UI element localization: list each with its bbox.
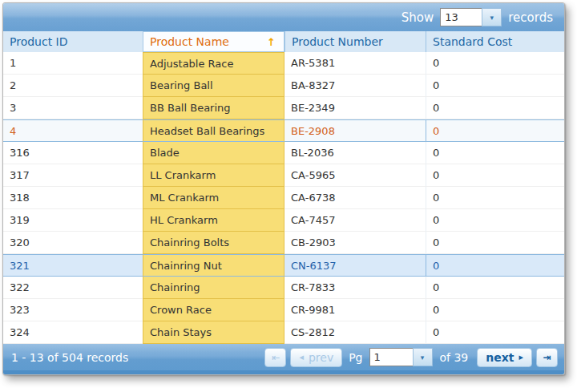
page-size-dropdown-button[interactable]: ▾ xyxy=(482,8,502,26)
records-label: records xyxy=(508,10,553,25)
cell-product-id[interactable]: 3 xyxy=(3,97,143,119)
table-row[interactable]: 323 Crown Race CR-9981 0 xyxy=(3,299,564,321)
cell-standard-cost[interactable]: 0 xyxy=(426,142,564,164)
show-label: Show xyxy=(401,10,434,25)
cell-product-number[interactable]: BL-2036 xyxy=(284,142,426,164)
cell-standard-cost[interactable]: 0 xyxy=(426,187,564,209)
next-page-button[interactable]: next ▸ xyxy=(477,348,532,367)
chevron-down-icon: ▾ xyxy=(490,14,494,22)
sort-ascending-icon: ↑ xyxy=(267,36,276,48)
cell-product-number[interactable]: CN-6137 xyxy=(284,254,426,277)
cell-product-name[interactable]: BB Ball Bearing xyxy=(143,97,284,119)
grid-toolbar: Show ▾ records xyxy=(3,3,564,31)
cell-standard-cost[interactable]: 0 xyxy=(426,164,564,187)
pagination-bar: 1 - 13 of 504 records ⇤ ◂ prev Pg ▾ of 3… xyxy=(3,344,564,370)
table-row[interactable]: 324 Chain Stays CS-2812 0 xyxy=(3,321,564,344)
cell-product-name[interactable]: Chainring xyxy=(143,277,284,299)
cell-product-id[interactable]: 322 xyxy=(3,277,143,299)
cell-product-name[interactable]: Blade xyxy=(143,142,284,164)
first-page-icon: ⇤ xyxy=(272,352,280,363)
table-header-row: Product ID Product Name ↑ Product Number… xyxy=(3,31,564,52)
last-page-icon: ⇥ xyxy=(543,352,551,363)
cell-product-number[interactable]: CA-6738 xyxy=(284,187,426,209)
cell-standard-cost[interactable]: 0 xyxy=(426,254,564,277)
table-body: 1 Adjustable Race AR-5381 0 2 Bearing Ba… xyxy=(3,52,564,344)
table-row[interactable]: 316 Blade BL-2036 0 xyxy=(3,142,564,164)
cell-product-id[interactable]: 321 xyxy=(3,254,143,277)
cell-product-name[interactable]: Adjustable Race xyxy=(143,52,284,75)
last-page-button[interactable]: ⇥ xyxy=(536,348,558,367)
cell-standard-cost[interactable]: 0 xyxy=(426,232,564,254)
cell-product-id[interactable]: 317 xyxy=(3,164,143,187)
prev-page-button[interactable]: ◂ prev xyxy=(290,348,342,367)
cell-product-id[interactable]: 323 xyxy=(3,299,143,321)
cell-standard-cost[interactable]: 0 xyxy=(426,321,564,344)
table-row[interactable]: 322 Chainring CR-7833 0 xyxy=(3,277,564,299)
page-combo: ▾ xyxy=(369,348,433,366)
cell-product-name[interactable]: Chain Stays xyxy=(143,321,284,344)
cell-product-number[interactable]: BE-2908 xyxy=(284,119,426,142)
page-count-label: of 39 xyxy=(440,351,469,364)
chevron-down-icon: ▾ xyxy=(421,354,425,362)
column-header-product-number[interactable]: Product Number xyxy=(284,31,426,52)
cell-product-name[interactable]: HL Crankarm xyxy=(143,209,284,232)
cell-standard-cost[interactable]: 0 xyxy=(426,299,564,321)
column-header-standard-cost[interactable]: Standard Cost xyxy=(426,31,564,52)
cell-product-number[interactable]: BA-8327 xyxy=(284,75,426,97)
product-grid: Show ▾ records Product ID Product Name ↑… xyxy=(2,2,565,375)
cell-product-id[interactable]: 319 xyxy=(3,209,143,232)
cell-product-number[interactable]: CR-9981 xyxy=(284,299,426,321)
cell-product-number[interactable]: AR-5381 xyxy=(284,52,426,75)
cell-product-number[interactable]: CR-7833 xyxy=(284,277,426,299)
column-header-product-name[interactable]: Product Name ↑ xyxy=(143,31,284,52)
cell-product-name[interactable]: ML Crankarm xyxy=(143,187,284,209)
table-row[interactable]: 3 BB Ball Bearing BE-2349 0 xyxy=(3,97,564,119)
table-row[interactable]: 4 Headset Ball Bearings BE-2908 0 xyxy=(3,119,564,142)
grid-bottom-edge xyxy=(3,370,564,374)
cell-product-number[interactable]: CB-2903 xyxy=(284,232,426,254)
cell-product-name[interactable]: Headset Ball Bearings xyxy=(143,119,284,142)
cell-standard-cost[interactable]: 0 xyxy=(426,119,564,142)
pagination-status: 1 - 13 of 504 records xyxy=(11,351,128,364)
page-size-input[interactable] xyxy=(440,8,482,26)
cell-standard-cost[interactable]: 0 xyxy=(426,209,564,232)
cell-product-id[interactable]: 2 xyxy=(3,75,143,97)
cell-product-number[interactable]: BE-2349 xyxy=(284,97,426,119)
cell-standard-cost[interactable]: 0 xyxy=(426,52,564,75)
cell-product-number[interactable]: CA-5965 xyxy=(284,164,426,187)
page-dropdown-button[interactable]: ▾ xyxy=(413,348,433,366)
chevron-right-icon: ▸ xyxy=(518,352,523,362)
cell-product-number[interactable]: CS-2812 xyxy=(284,321,426,344)
table-row[interactable]: 321 Chainring Nut CN-6137 0 xyxy=(3,254,564,277)
page-input[interactable] xyxy=(369,348,413,366)
page-size-combo: ▾ xyxy=(440,8,502,26)
cell-product-id[interactable]: 1 xyxy=(3,52,143,75)
first-page-button[interactable]: ⇤ xyxy=(264,348,286,367)
cell-product-name[interactable]: LL Crankarm xyxy=(143,164,284,187)
cell-product-name[interactable]: Chainring Bolts xyxy=(143,232,284,254)
cell-standard-cost[interactable]: 0 xyxy=(426,97,564,119)
cell-product-name[interactable]: Crown Race xyxy=(143,299,284,321)
cell-standard-cost[interactable]: 0 xyxy=(426,277,564,299)
table-row[interactable]: 320 Chainring Bolts CB-2903 0 xyxy=(3,232,564,254)
table-row[interactable]: 1 Adjustable Race AR-5381 0 xyxy=(3,52,564,75)
column-header-product-id[interactable]: Product ID xyxy=(3,31,143,52)
cell-product-number[interactable]: CA-7457 xyxy=(284,209,426,232)
cell-product-name[interactable]: Bearing Ball xyxy=(143,75,284,97)
cell-standard-cost[interactable]: 0 xyxy=(426,75,564,97)
cell-product-id[interactable]: 4 xyxy=(3,119,143,142)
table-row[interactable]: 318 ML Crankarm CA-6738 0 xyxy=(3,187,564,209)
cell-product-id[interactable]: 320 xyxy=(3,232,143,254)
page-label: Pg xyxy=(349,351,362,364)
chevron-left-icon: ◂ xyxy=(299,352,304,362)
pagination-controls: ⇤ ◂ prev Pg ▾ of 39 next ▸ ⇥ xyxy=(264,348,558,367)
table-row[interactable]: 2 Bearing Ball BA-8327 0 xyxy=(3,75,564,97)
table-row[interactable]: 319 HL Crankarm CA-7457 0 xyxy=(3,209,564,232)
cell-product-id[interactable]: 318 xyxy=(3,187,143,209)
cell-product-name[interactable]: Chainring Nut xyxy=(143,254,284,277)
table-row[interactable]: 317 LL Crankarm CA-5965 0 xyxy=(3,164,564,187)
cell-product-id[interactable]: 324 xyxy=(3,321,143,344)
cell-product-id[interactable]: 316 xyxy=(3,142,143,164)
